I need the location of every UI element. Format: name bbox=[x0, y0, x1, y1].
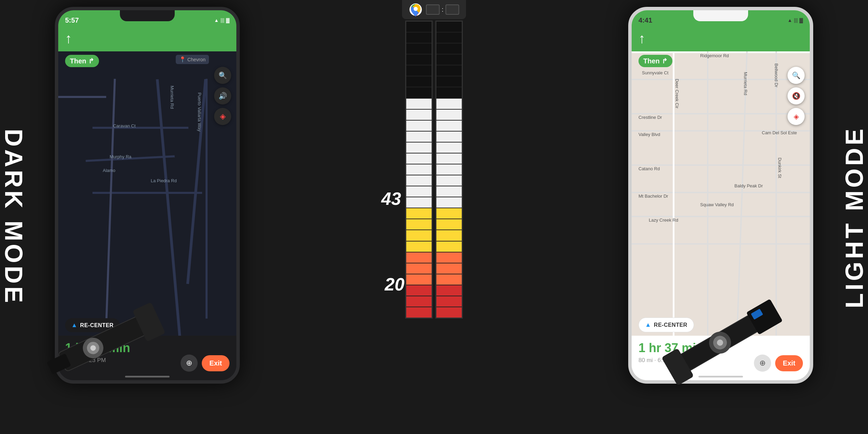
road-h3 bbox=[632, 113, 810, 114]
road-caravan bbox=[92, 127, 188, 129]
then-badge-left: Then ↱ bbox=[65, 55, 99, 67]
seg-red bbox=[436, 307, 462, 318]
lazycreek-label: Lazy Creek Rd bbox=[649, 218, 678, 223]
seg-red bbox=[406, 296, 432, 307]
road-h5 bbox=[632, 164, 810, 166]
waypoint-btn-right[interactable]: ⊕ bbox=[754, 355, 771, 372]
phone-frame-left: Murrieta Rd Puerto Vallarta Way Caravan … bbox=[55, 7, 240, 384]
camdelsol-label: Cam Del Sol Este bbox=[762, 130, 797, 135]
seg bbox=[406, 76, 432, 87]
location-btn-left[interactable]: ◈ bbox=[214, 108, 231, 125]
light-mode-label: LIGHT MODE bbox=[841, 0, 868, 434]
dunkirk-label: Dunkirk St bbox=[777, 158, 782, 178]
light-mode-text: LIGHT MODE bbox=[842, 126, 867, 308]
waypoint-btn-left[interactable]: ⊕ bbox=[181, 355, 198, 372]
home-indicator-left bbox=[125, 376, 170, 377]
seg-filled bbox=[406, 197, 432, 208]
seg-filled bbox=[436, 110, 462, 121]
seg-filled bbox=[436, 121, 462, 132]
seg-yellow bbox=[436, 219, 462, 230]
chevron-label: Chevron bbox=[187, 57, 206, 62]
dark-mode-label: DARK MODE bbox=[0, 0, 27, 434]
baldy-label: Baldy Peak Dr bbox=[734, 183, 763, 188]
seg-filled bbox=[436, 153, 462, 164]
deercreek-label: Deer Creek Cir bbox=[674, 79, 680, 109]
seg bbox=[436, 65, 462, 76]
seg-yellow bbox=[406, 208, 432, 219]
sunnyvale-label: Sunnyvale Ct bbox=[642, 70, 668, 75]
seg-red bbox=[406, 307, 432, 318]
seg-filled bbox=[436, 197, 462, 208]
seg-filled bbox=[436, 164, 462, 175]
then-label-left: Then bbox=[70, 57, 86, 65]
recenter-arrow-right: ▲ bbox=[645, 321, 651, 328]
time-left: 5:57 bbox=[65, 16, 79, 24]
seg-filled bbox=[436, 175, 462, 186]
seg-filled bbox=[406, 164, 432, 175]
seg-filled bbox=[406, 99, 432, 110]
sound-btn-right[interactable]: 🔇 bbox=[788, 87, 805, 104]
meter-segments-left bbox=[406, 22, 432, 318]
timer-box1 bbox=[426, 4, 439, 15]
exit-btn-left[interactable]: Exit bbox=[202, 355, 230, 371]
seg-filled bbox=[436, 142, 462, 153]
meter-container: 43 20 bbox=[405, 21, 463, 319]
recenter-text-left: RE-CENTER bbox=[80, 322, 114, 328]
seg-orange bbox=[406, 263, 432, 274]
sound-btn-left[interactable]: 🔊 bbox=[214, 87, 231, 104]
exit-text-left: Exit bbox=[209, 359, 222, 367]
waypoint-icon-right: ⊕ bbox=[759, 359, 766, 368]
caravan-label: Caravan Ct bbox=[113, 123, 136, 128]
seg-yellow bbox=[436, 241, 462, 252]
road-v3 bbox=[735, 10, 749, 380]
recenter-text-right: RE-CENTER bbox=[654, 322, 687, 328]
search-btn-left[interactable]: 🔍 bbox=[214, 67, 231, 84]
compass-btn-right[interactable]: ◈ bbox=[788, 108, 805, 125]
search-btn-right[interactable]: 🔍 bbox=[788, 67, 805, 84]
seg-red bbox=[406, 285, 432, 296]
compass-icon-right: ◈ bbox=[794, 112, 799, 121]
chevron-marker: 📍 Chevron bbox=[176, 55, 209, 64]
notch-left bbox=[120, 10, 175, 21]
then-turn-icon-left: ↱ bbox=[88, 57, 94, 65]
nav-bottom-left: 1 hr 26 min 80 mi · 7:23 PM ⊕ Exit bbox=[58, 336, 236, 380]
meter-number-top: 43 bbox=[381, 188, 401, 209]
seg bbox=[406, 65, 432, 76]
seg bbox=[406, 44, 432, 54]
sound-icon-right: 🔇 bbox=[792, 92, 801, 100]
seg-yellow bbox=[406, 241, 432, 252]
seg bbox=[406, 33, 432, 44]
bellwood-label: Bellwood Dr bbox=[774, 63, 779, 87]
exit-btn-right[interactable]: Exit bbox=[775, 355, 803, 371]
road-lapiedra bbox=[92, 192, 202, 194]
seg bbox=[406, 54, 432, 65]
mtbachelor-label: Mt Bachelor Dr bbox=[638, 194, 668, 199]
nav-arrow-left: ↑ bbox=[65, 31, 72, 46]
nav-arrow-right: ↑ bbox=[638, 31, 645, 46]
seg-orange bbox=[406, 274, 432, 285]
seg bbox=[436, 76, 462, 87]
lapiedra-label: La Piedra Rd bbox=[151, 178, 177, 183]
catano-label: Catano Rd bbox=[638, 166, 660, 171]
nav-bottom-right: 1 hr 37 min 80 mi · 6:18 PM ⊕ Exit bbox=[632, 336, 810, 380]
seg-filled bbox=[406, 121, 432, 132]
seg-yellow bbox=[436, 208, 462, 219]
recenter-arrow-left: ▲ bbox=[71, 322, 77, 329]
seg-filled bbox=[406, 142, 432, 153]
battery-icon-right: ▓ bbox=[799, 17, 803, 23]
recenter-btn-right[interactable]: ▲ RE-CENTER bbox=[638, 318, 694, 332]
signal-icon-right: ||| bbox=[794, 17, 798, 23]
then-label-right: Then bbox=[643, 57, 660, 65]
exit-text-right: Exit bbox=[783, 359, 795, 367]
recenter-btn-left[interactable]: ▲ RE-CENTER bbox=[65, 318, 120, 332]
seg bbox=[406, 87, 432, 98]
seg-yellow bbox=[406, 230, 432, 241]
road-h6 bbox=[632, 192, 810, 193]
crestline-label: Crestline Dr bbox=[638, 115, 662, 120]
squaw-label: Squaw Valley Rd bbox=[700, 202, 734, 207]
alamo-label: Alamo bbox=[103, 168, 115, 173]
gmaps-icon bbox=[409, 3, 422, 16]
then-badge-right: Then ↱ bbox=[638, 55, 672, 67]
nav-actions-right: ⊕ Exit bbox=[754, 355, 803, 372]
seg bbox=[436, 87, 462, 98]
